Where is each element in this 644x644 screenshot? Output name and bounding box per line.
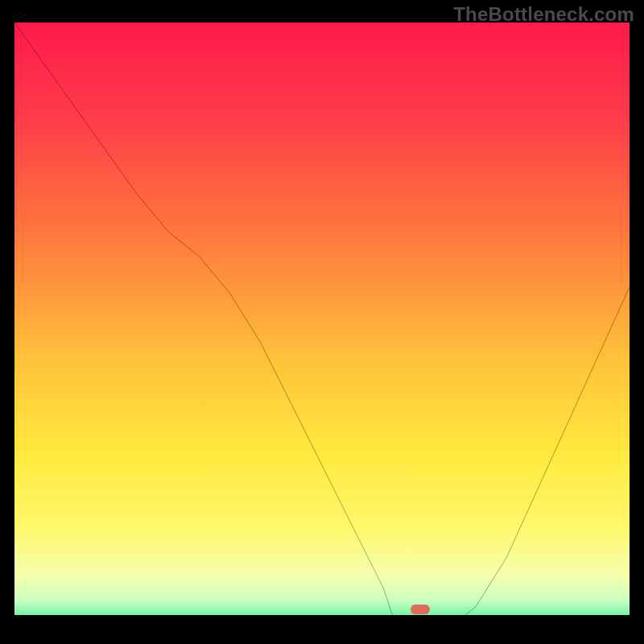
chart-frame: TheBottleneck.com <box>0 0 644 644</box>
optimal-point-marker <box>411 605 430 614</box>
plot-area <box>14 23 630 615</box>
bottleneck-curve <box>14 23 630 615</box>
